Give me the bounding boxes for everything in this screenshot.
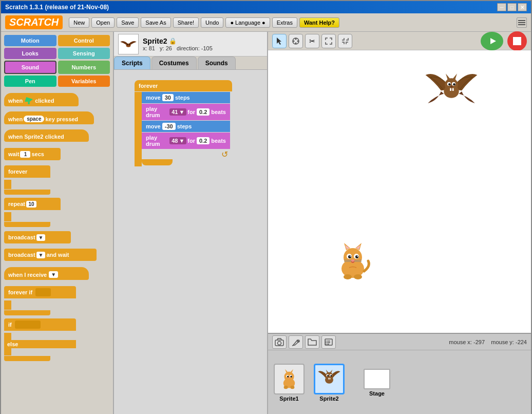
paint-tool[interactable] — [289, 335, 303, 349]
stop-button[interactable] — [507, 31, 527, 51]
import-tool[interactable] — [321, 335, 336, 349]
drum-1-dropdown[interactable]: 41▼ — [169, 108, 186, 116]
play-drum-1-for: for — [187, 109, 195, 115]
sa-move-30[interactable]: move 30 steps — [142, 92, 230, 103]
tab-scripts[interactable]: Scripts — [114, 57, 150, 69]
forever-inner: move 30 steps play drum 41▼ for — [135, 92, 232, 159]
block-broadcast-wait[interactable]: broadcast ▼ and wait — [4, 249, 97, 261]
svg-point-75 — [330, 375, 332, 377]
sprite-thumb-1[interactable]: Sprite1 — [271, 364, 307, 402]
script-area[interactable]: forever move 30 steps — [114, 70, 267, 414]
cat-numbers[interactable]: Numbers — [58, 61, 110, 74]
share-button[interactable]: Share! — [173, 17, 199, 28]
minimize-button[interactable]: ─ — [497, 3, 506, 11]
move-30-val[interactable]: 30 — [162, 94, 174, 101]
tab-sounds[interactable]: Sounds — [198, 57, 236, 69]
rubber-band-tool[interactable] — [289, 34, 303, 48]
move-neg30-suffix: steps — [177, 123, 192, 129]
svg-point-42 — [453, 83, 455, 86]
stage-cat[interactable] — [330, 238, 376, 292]
svg-rect-0 — [518, 20, 525, 21]
svg-point-9 — [293, 40, 295, 42]
forever-footer — [135, 159, 232, 166]
sa-forever-block[interactable]: forever — [135, 80, 232, 91]
block-if[interactable]: if — [4, 318, 76, 331]
broadcast-wait-dropdown[interactable]: ▼ — [36, 252, 46, 258]
titlebar: Scratch 1.3.1 (release of 21-Nov-08) ─ □… — [1, 1, 531, 13]
wait-input[interactable]: 1 — [20, 151, 30, 158]
save-button[interactable]: Save — [117, 17, 139, 28]
mouse-x-val: -297 — [473, 339, 485, 345]
right-panel: ✂ — [268, 32, 531, 414]
cat-looks[interactable]: Looks — [4, 48, 56, 59]
svg-point-56 — [326, 344, 327, 345]
mouse-coords: mouse x: -297 mouse y: -224 — [449, 339, 527, 345]
language-button[interactable]: ● Language ● — [225, 17, 270, 28]
camera-tool[interactable] — [272, 335, 287, 349]
move-neg30-val[interactable]: -30 — [162, 123, 176, 130]
stage-bat[interactable] — [423, 66, 480, 127]
drum-2-dropdown[interactable]: 48▼ — [169, 137, 186, 144]
svg-point-62 — [287, 376, 289, 378]
open-button[interactable]: Open — [91, 17, 115, 28]
cat-pen[interactable]: Pen — [4, 76, 56, 87]
repeat-label: repeat — [8, 201, 25, 207]
extras-icon[interactable] — [517, 17, 527, 28]
svg-point-5 — [129, 44, 130, 45]
sa-play-drum-2[interactable]: play drum 48▼ for 0.2 beats — [142, 133, 230, 149]
compress-tool[interactable] — [338, 34, 352, 48]
svg-point-8 — [295, 42, 297, 44]
new-button[interactable]: New — [69, 17, 89, 28]
svg-point-33 — [344, 274, 352, 279]
when-sprite-label: when Sprite2 clicked — [8, 134, 64, 140]
block-wait[interactable]: wait 1 secs — [4, 148, 61, 160]
receive-dropdown[interactable]: ▼ — [49, 271, 58, 278]
expand-tool[interactable] — [321, 34, 336, 48]
move-30-suffix: steps — [175, 95, 190, 101]
svg-rect-1 — [518, 22, 525, 23]
block-when-clicked[interactable]: when clicked — [4, 93, 79, 106]
block-when-key[interactable]: when space key pressed — [4, 111, 94, 124]
go-button[interactable] — [481, 32, 503, 50]
sprite-thumb-2[interactable]: Sprite2 — [311, 364, 347, 402]
drum-1-beats-val[interactable]: 0.2 — [197, 108, 210, 116]
extras-button[interactable]: Extras — [272, 17, 297, 28]
close-button[interactable]: ✕ — [518, 3, 527, 11]
block-forever[interactable]: forever — [4, 165, 50, 178]
drum-2-beats-val[interactable]: 0.2 — [197, 137, 210, 144]
block-forever-if[interactable]: forever if — [4, 286, 76, 298]
cat-sensing[interactable]: Sensing — [58, 48, 110, 59]
block-broadcast[interactable]: broadcast ▼ — [4, 231, 71, 243]
cat-motion[interactable]: Motion — [4, 35, 56, 46]
maximize-button[interactable]: □ — [507, 3, 517, 11]
key-input[interactable]: space — [24, 116, 44, 122]
scissors-tool[interactable]: ✂ — [305, 34, 319, 48]
cat-sound[interactable]: Sound — [4, 61, 56, 74]
sa-move-neg30[interactable]: move -30 steps — [142, 121, 230, 132]
sprite-1-label: Sprite1 — [279, 396, 298, 402]
undo-button[interactable]: Undo — [201, 17, 223, 28]
cat-variables[interactable]: Variables — [58, 76, 110, 87]
svg-rect-76 — [328, 378, 329, 380]
tab-costumes[interactable]: Costumes — [151, 57, 197, 69]
lock-icon: 🔒 — [169, 37, 177, 45]
block-when-sprite[interactable]: when Sprite2 clicked — [4, 129, 89, 142]
stage-thumb[interactable]: Stage — [362, 369, 392, 397]
svg-marker-38 — [452, 73, 457, 80]
svg-point-69 — [325, 376, 333, 383]
broadcast-dropdown[interactable]: ▼ — [36, 234, 46, 241]
save-as-button[interactable]: Save As — [141, 17, 170, 28]
help-button[interactable]: Want Help? — [299, 17, 339, 28]
block-when-receive[interactable]: when I receive ▼ — [4, 267, 89, 280]
blocks-scroll[interactable]: when clicked when space key pressed — [1, 90, 113, 414]
folder-tool[interactable] — [305, 335, 319, 349]
svg-rect-77 — [330, 378, 331, 380]
receive-label: when I receive — [8, 272, 47, 278]
repeat-input[interactable]: 10 — [26, 201, 36, 208]
block-repeat[interactable]: repeat 10 — [4, 198, 61, 210]
cursor-tool[interactable] — [272, 34, 287, 48]
cat-control[interactable]: Control — [58, 35, 110, 46]
sa-play-drum-1[interactable]: play drum 41▼ for 0.2 beats — [142, 104, 230, 120]
forever-label: forever — [8, 168, 27, 175]
svg-point-24 — [348, 255, 351, 258]
